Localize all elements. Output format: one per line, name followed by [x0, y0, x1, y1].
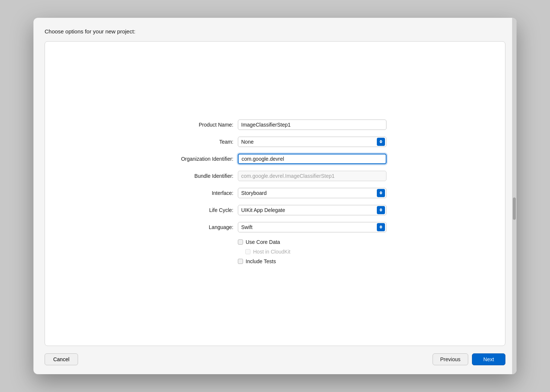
host-in-cloudkit-checkbox[interactable]: [245, 249, 250, 254]
interface-select[interactable]: Storyboard SwiftUI: [238, 188, 386, 198]
include-tests-row: Include Tests: [164, 258, 386, 264]
interface-select-wrapper: Storyboard SwiftUI: [238, 188, 386, 198]
lifecycle-label: Life Cycle:: [164, 207, 238, 213]
scrollbar-thumb[interactable]: [513, 197, 516, 220]
language-select[interactable]: Swift Objective-C: [238, 222, 386, 232]
include-tests-label: Include Tests: [246, 258, 276, 264]
use-core-data-checkbox[interactable]: [238, 239, 243, 245]
bundle-identifier-label: Bundle Identifier:: [164, 173, 238, 179]
interface-label: Interface:: [164, 190, 238, 196]
content-area: Product Name: Team: None Personal Team C…: [45, 41, 505, 346]
cancel-button[interactable]: Cancel: [45, 353, 78, 365]
include-tests-item: Include Tests: [238, 258, 276, 264]
bottom-bar: Cancel Previous Next: [45, 353, 505, 365]
use-core-data-row: Use Core Data: [164, 239, 386, 245]
language-label: Language:: [164, 224, 238, 230]
use-core-data-label: Use Core Data: [246, 239, 280, 245]
product-name-row: Product Name:: [164, 120, 386, 130]
navigation-buttons: Previous Next: [433, 353, 505, 365]
org-identifier-input[interactable]: [238, 154, 386, 164]
host-in-cloudkit-row: Host in CloudKit: [164, 249, 386, 255]
org-identifier-label: Organization Identifier:: [164, 156, 238, 162]
lifecycle-select[interactable]: UIKit App Delegate SwiftUI App: [238, 205, 386, 215]
org-identifier-row: Organization Identifier:: [164, 154, 386, 164]
use-core-data-item: Use Core Data: [238, 239, 280, 245]
bundle-identifier-input: [238, 171, 386, 181]
team-select-wrapper: None Personal Team Company Team: [238, 137, 386, 147]
team-label: Team:: [164, 139, 238, 145]
dialog-title: Choose options for your new project:: [45, 28, 505, 35]
team-row: Team: None Personal Team Company Team: [164, 137, 386, 147]
bundle-identifier-row: Bundle Identifier:: [164, 171, 386, 181]
new-project-dialog: Choose options for your new project: Pro…: [33, 18, 517, 374]
previous-button[interactable]: Previous: [433, 353, 468, 365]
team-select[interactable]: None Personal Team Company Team: [238, 137, 386, 147]
product-name-input[interactable]: [238, 120, 386, 130]
scrollbar[interactable]: [512, 18, 517, 374]
lifecycle-select-wrapper: UIKit App Delegate SwiftUI App: [238, 205, 386, 215]
include-tests-checkbox[interactable]: [238, 259, 243, 264]
language-row: Language: Swift Objective-C: [164, 222, 386, 232]
lifecycle-row: Life Cycle: UIKit App Delegate SwiftUI A…: [164, 205, 386, 215]
next-button[interactable]: Next: [472, 353, 505, 365]
product-name-label: Product Name:: [164, 122, 238, 128]
interface-row: Interface: Storyboard SwiftUI: [164, 188, 386, 198]
host-in-cloudkit-label: Host in CloudKit: [253, 249, 290, 255]
host-in-cloudkit-item: Host in CloudKit: [245, 249, 290, 255]
form-container: Product Name: Team: None Personal Team C…: [164, 120, 386, 268]
language-select-wrapper: Swift Objective-C: [238, 222, 386, 232]
